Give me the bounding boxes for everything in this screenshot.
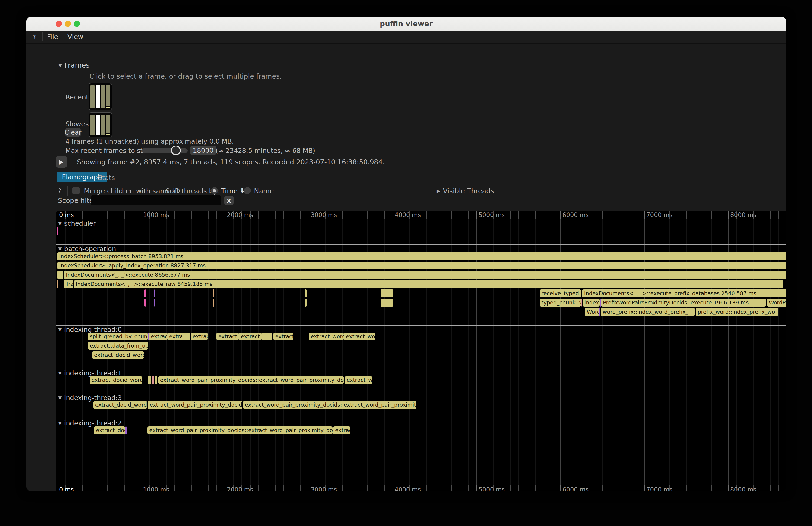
scope-bar[interactable] (182, 333, 190, 340)
max-frames-slider-track[interactable] (141, 148, 188, 153)
sort-by-time-radio[interactable] (211, 187, 218, 194)
scope-bar[interactable] (154, 289, 155, 297)
scope-bar[interactable] (125, 426, 127, 434)
scope-bar[interactable]: extract_word_pair_proximity_docids::extr… (147, 426, 333, 434)
max-frames-slider-knob[interactable] (171, 146, 181, 155)
app-settings-icon[interactable]: ✳ (32, 33, 37, 41)
scope-bar[interactable]: extract_docid_word (90, 376, 142, 384)
scope-bar[interactable] (57, 227, 58, 235)
scope-bar[interactable]: IndexDocuments<_, _>::execute 8656.677 m… (64, 271, 786, 279)
play-button[interactable]: ▶ (56, 156, 67, 167)
scope-bar[interactable] (600, 299, 601, 307)
visible-threads-header[interactable]: ▶Visible Threads (437, 187, 494, 195)
thread-header-scheduler[interactable]: ▼scheduler (58, 220, 96, 227)
scope-bar[interactable]: Word (585, 308, 599, 316)
scope-bar[interactable]: IndexScheduler>::process_batch 8953.821 … (57, 252, 786, 260)
scope-bar[interactable]: extrac (333, 426, 350, 434)
thread-header-batch-operation[interactable]: ▼batch-operation (58, 245, 116, 253)
scope-bar[interactable] (304, 299, 307, 307)
scope-bar[interactable]: extract (273, 333, 293, 340)
scope-bar[interactable] (148, 333, 148, 340)
sort-by-name-radio[interactable] (244, 187, 251, 194)
scope-bar[interactable]: extract::data_from_ob (88, 342, 148, 350)
flamegraph-canvas[interactable]: 0 ms0 ms1000 ms1000 ms2000 ms2000 ms3000… (56, 211, 786, 491)
scope-bar[interactable]: split_grenad_by_chun (88, 333, 147, 340)
scope-bar[interactable]: Trans (64, 280, 73, 288)
scope-bar[interactable] (151, 376, 154, 384)
scope-bar[interactable]: prefix_word::index_prefix_wo (696, 308, 778, 316)
title-bar: puffin viewer (26, 17, 786, 31)
menu-file[interactable]: File (47, 33, 58, 41)
scope-bar[interactable] (599, 308, 600, 316)
frame-bar[interactable] (90, 85, 95, 108)
frames-summary: 4 frames (1 unpacked) using approximatel… (66, 138, 234, 145)
help-button[interactable]: ? (58, 187, 61, 195)
scope-bar[interactable]: receive_typed_ (540, 289, 581, 297)
scope-bar[interactable] (304, 289, 307, 297)
sort-by-time-label[interactable]: Time (221, 187, 237, 195)
scope-bar[interactable]: extract_ (239, 333, 262, 340)
max-frames-value[interactable]: 18000 (190, 146, 216, 155)
scope-bar[interactable]: extract_wo (344, 333, 375, 340)
scope-bar[interactable]: extract_word_pair_proximity_docids::extr… (158, 376, 344, 384)
scope-bar[interactable] (144, 299, 146, 307)
scope-bar[interactable]: extract_word_pair_proximity_docids::extr… (243, 401, 416, 409)
thread-header-indexing-thread-2[interactable]: ▼indexing-thread:2 (58, 420, 122, 427)
clear-button[interactable]: Clear (66, 128, 81, 137)
scope-bar[interactable] (57, 271, 63, 279)
scope-bar[interactable] (155, 376, 157, 384)
scope-bar[interactable] (154, 299, 155, 307)
scope-bar[interactable]: index (583, 299, 600, 307)
menu-separator (42, 32, 43, 42)
frame-bar[interactable] (96, 85, 100, 108)
maximize-window-button[interactable] (74, 20, 80, 27)
ruler-tick-label: 4000 ms (395, 486, 421, 491)
frame-bar[interactable] (106, 85, 110, 108)
scope-bar[interactable]: extract_ (216, 333, 239, 340)
scope-bar[interactable]: extract_word_pair_proximity_docids (148, 401, 242, 409)
scope-bar[interactable]: extract_docid_word (93, 401, 147, 409)
scope-bar[interactable] (581, 299, 582, 307)
scope-bar[interactable]: extract_wo (345, 376, 372, 384)
scope-bar[interactable]: IndexDocuments<_, _>::execute_raw 8459.1… (74, 280, 783, 288)
scope-bar[interactable]: IndexDocuments<_, _>::execute_prefix_dat… (582, 289, 786, 297)
sort-by-name-label[interactable]: Name (254, 187, 274, 195)
ruler-tick-label: 3000 ms (311, 486, 337, 491)
scope-bar[interactable] (262, 333, 272, 340)
scope-bar[interactable]: extra (167, 333, 182, 340)
minimize-window-button[interactable] (65, 20, 71, 27)
scope-bar[interactable]: extrac (191, 333, 208, 340)
scope-bar[interactable] (380, 299, 393, 307)
frames-section-header[interactable]: ▼Frames (58, 61, 90, 69)
scope-bar[interactable]: PrefixWordPairsProximityDocids::execute … (601, 299, 766, 307)
frame-bar[interactable] (90, 115, 95, 135)
scope-bar[interactable] (213, 289, 214, 297)
frame-bar[interactable] (106, 115, 110, 135)
scope-bar[interactable]: extract (149, 333, 167, 340)
scope-bar[interactable]: extract_doc (94, 426, 125, 434)
clear-filter-button[interactable]: x (224, 196, 234, 205)
tab-stats[interactable]: Stats (98, 174, 115, 182)
scope-bar[interactable]: IndexScheduler>::apply_index_operation 8… (57, 262, 786, 269)
frame-bar[interactable] (101, 85, 105, 108)
recent-frames-thumbnail[interactable] (88, 83, 112, 110)
scope-bar[interactable]: extract_docid_word (92, 351, 144, 359)
scope-bar[interactable] (148, 376, 151, 384)
scope-bar[interactable] (380, 289, 393, 297)
merge-children-checkbox[interactable] (72, 187, 80, 194)
scope-bar[interactable] (213, 299, 214, 307)
ruler-line (56, 485, 786, 485)
menu-view[interactable]: View (68, 33, 84, 41)
close-window-button[interactable] (56, 20, 62, 27)
slowest-frames-thumbnail[interactable] (88, 112, 112, 137)
scope-filter-input[interactable] (91, 195, 221, 205)
scope-bar[interactable] (57, 280, 58, 288)
scope-bar[interactable]: typed_chunk::w (540, 299, 581, 307)
scope-bar[interactable]: word_prefix::index_word_prefix_ (601, 308, 695, 316)
max-frames-note: (≈ 23428.5 minutes, ≈ 68 MB) (216, 147, 315, 155)
frame-bar[interactable] (96, 115, 100, 135)
scope-bar[interactable] (144, 289, 146, 297)
scope-bar[interactable]: WordPr (767, 299, 786, 307)
frame-bar[interactable] (101, 115, 105, 135)
scope-bar[interactable]: extract_word (309, 333, 344, 340)
